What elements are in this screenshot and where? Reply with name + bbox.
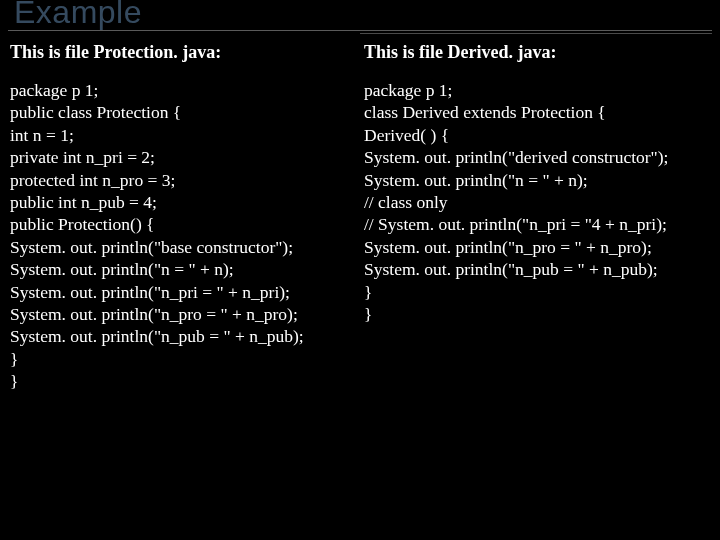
slide-title: Example (14, 0, 142, 31)
divider (8, 30, 712, 31)
slide: Example This is file Protection. java: p… (0, 0, 720, 540)
right-heading: This is file Derived. java: (364, 42, 710, 63)
right-code: package p 1; class Derived extends Prote… (364, 79, 710, 325)
divider-right (360, 33, 712, 34)
columns: This is file Protection. java: package p… (6, 42, 714, 534)
left-code: package p 1; public class Protection { i… (10, 79, 356, 392)
left-column: This is file Protection. java: package p… (6, 42, 360, 534)
right-column: This is file Derived. java: package p 1;… (360, 42, 714, 534)
left-heading: This is file Protection. java: (10, 42, 356, 63)
